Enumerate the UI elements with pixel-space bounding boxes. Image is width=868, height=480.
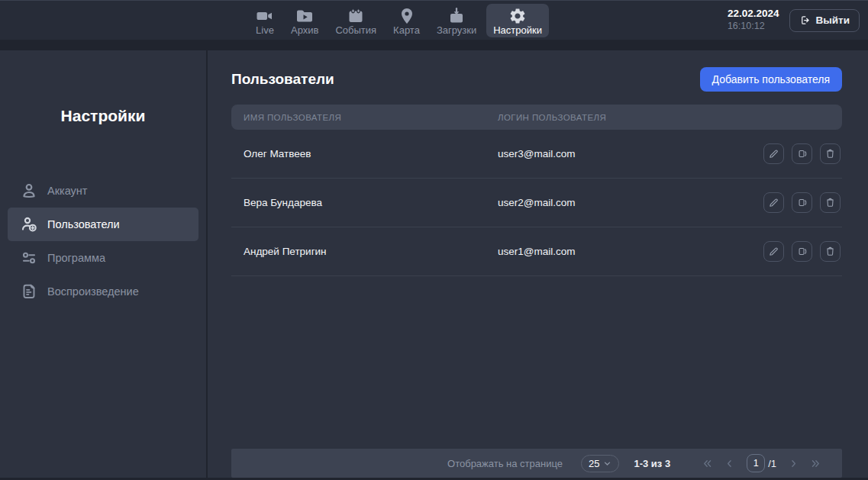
tab-live[interactable]: Live [249,4,281,37]
pencil-icon [768,246,779,257]
current-page-box[interactable]: 1 [747,454,765,472]
datetime: 22.02.2024 16:10:12 [728,8,779,33]
archive-folder-icon [295,7,314,25]
logout-label: Выйти [816,14,850,26]
tab-downloads-label: Загрузки [437,25,476,35]
trash-icon [824,197,836,208]
gear-icon [508,7,527,25]
user-login: user1@mail.com [498,246,763,257]
tab-events-label: События [335,25,376,35]
calendar-icon [347,7,365,25]
table-header: ИМЯ ПОЛЬЗОВАТЕЛЯ ЛОГИН ПОЛЬЗОВАТЕЛЯ [231,105,842,130]
sidebar-item-playback-label: Воспроизведение [47,285,139,298]
last-page-button[interactable] [805,454,827,472]
add-user-button[interactable]: Добавить пользователя [700,67,842,92]
total-pages-text: /1 [768,458,776,469]
per-page-select[interactable]: 25 [581,455,619,472]
double-chevron-left-icon [702,458,713,469]
document-icon [20,282,38,301]
user-login: user2@mail.com [498,197,763,208]
table-row: Олег Матвеев user3@mail.com [231,130,842,179]
delete-user-button[interactable] [820,143,841,164]
edit-user-button[interactable] [763,143,784,164]
prev-page-button[interactable] [718,454,741,472]
edit-user-button[interactable] [763,192,784,213]
chevron-down-icon [603,459,611,468]
double-chevron-right-icon [810,458,821,469]
user-name: Олег Матвеев [231,148,498,159]
trash-icon [824,246,836,257]
sidebar-item-program[interactable]: Программа [8,241,198,275]
pencil-icon [768,148,779,159]
table-row: Андрей Петригин user1@mail.com [231,227,842,276]
tab-archive-label: Архив [291,25,318,35]
sidebar-item-users[interactable]: Пользователи [8,208,198,241]
column-header-login: ЛОГИН ПОЛЬЗОВАТЕЛЯ [498,113,842,122]
sidebar-item-account-label: Аккаунт [47,185,87,197]
topbar-right: 22.02.2024 16:10:12 Выйти [728,8,868,33]
sidebar-menu: Аккаунт Пользователи Программа Воспроизв… [0,174,206,308]
map-pin-icon [398,7,416,25]
sidebar-item-playback[interactable]: Воспроизведение [8,275,198,308]
copy-icon [796,246,808,257]
download-icon [447,7,466,25]
chevron-right-icon [788,458,799,469]
top-navigation: Live Архив События Карта Загрузки [249,1,549,40]
tab-downloads[interactable]: Загрузки [430,4,483,37]
column-header-name: ИМЯ ПОЛЬЗОВАТЕЛЯ [231,113,498,122]
sidebar-item-program-label: Программа [47,252,105,264]
sliders-icon [20,249,38,267]
tab-archive[interactable]: Архив [284,4,325,37]
sidebar-title: Настройки [0,107,206,124]
user-name: Андрей Петригин [231,246,498,257]
chevron-left-icon [724,458,735,469]
user-icon [20,182,38,200]
tab-map-label: Карта [393,25,420,35]
sidebar-item-users-label: Пользователи [47,218,120,230]
users-panel: Пользователи Добавить пользователя ИМЯ П… [208,50,868,478]
video-camera-icon [256,7,274,25]
delete-user-button[interactable] [820,241,841,262]
page-title: Пользователи [231,71,334,88]
logout-button[interactable]: Выйти [789,9,860,32]
copy-user-button[interactable] [792,143,812,164]
range-text: 1-3 из 3 [634,458,670,469]
topbar-gap [0,40,868,50]
sidebar-item-account[interactable]: Аккаунт [8,174,198,208]
next-page-button[interactable] [782,454,805,472]
delete-user-button[interactable] [820,192,841,213]
copy-user-button[interactable] [792,241,812,262]
per-page-label: Отображать на странице [447,458,563,469]
user-name: Вера Бундарева [231,197,498,208]
first-page-button[interactable] [696,454,718,472]
tab-map[interactable]: Карта [386,4,427,37]
user-add-icon [20,215,38,234]
user-login: user3@mail.com [498,148,763,159]
pencil-icon [768,197,779,208]
tab-events[interactable]: События [328,4,383,37]
logout-icon [799,14,811,26]
trash-icon [824,148,836,159]
tab-live-label: Live [256,25,274,35]
tab-settings-label: Настройки [493,25,542,35]
current-time: 16:10:12 [728,21,765,33]
table-row: Вера Бундарева user2@mail.com [231,179,842,227]
copy-icon [796,197,808,208]
edit-user-button[interactable] [763,241,784,262]
pagination-bar: Отображать на странице 25 1-3 из 3 1 /1 [231,449,842,478]
topbar: Live Архив События Карта Загрузки [0,0,868,40]
copy-user-button[interactable] [792,192,812,213]
current-date: 22.02.2024 [728,8,779,21]
settings-sidebar: Настройки Аккаунт Пользователи Программа [0,50,206,478]
per-page-value: 25 [589,458,599,469]
tab-settings[interactable]: Настройки [486,4,549,37]
copy-icon [796,148,808,159]
